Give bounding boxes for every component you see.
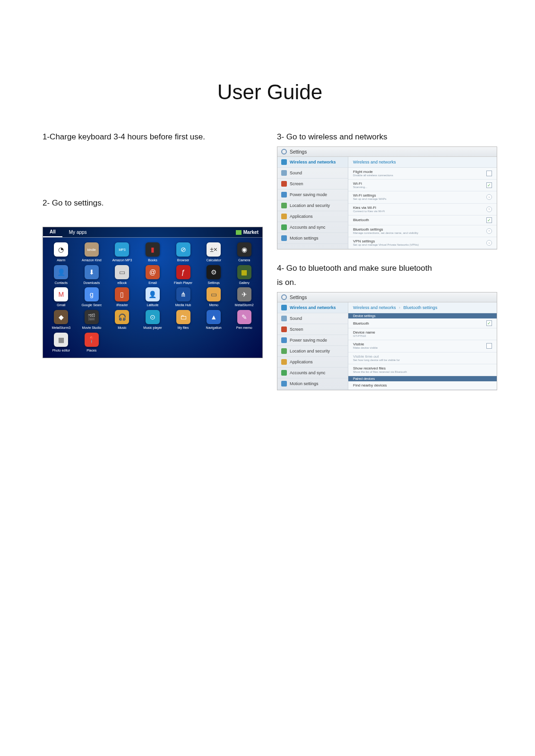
app-my-files[interactable]: 🗀My files <box>169 310 198 330</box>
row-kies-via-wi-fi[interactable]: Kies via Wi-FiConnect to Kies via Wi-Fi› <box>348 204 497 215</box>
sidebar-item-sound[interactable]: Sound <box>277 168 348 179</box>
sidebar-item-applications[interactable]: Applications <box>277 211 348 222</box>
row-visible[interactable]: Visible Make device visible ✓ <box>348 340 497 352</box>
sidebar-item-label: Screen <box>290 181 303 186</box>
sidebar-item-location-and-security[interactable]: Location and security <box>277 346 348 357</box>
app-alarm[interactable]: ◔Alarm <box>47 242 76 262</box>
app-movie-studio[interactable]: 🎬Movie Studio <box>78 310 106 330</box>
row-device-name[interactable]: Device name GT-P7510 <box>348 328 497 340</box>
row-bluetooth-settings[interactable]: Bluetooth settingsManage connections, se… <box>348 225 497 237</box>
app-memo[interactable]: ▭Memo <box>199 287 228 307</box>
market-link[interactable]: Market <box>236 230 262 235</box>
sidebar-item-screen[interactable]: Screen <box>277 179 348 189</box>
sidebar-item-power-saving-mode[interactable]: Power saving mode <box>277 335 348 346</box>
app-books[interactable]: ▮Books <box>138 242 167 262</box>
app-label: iReader <box>116 303 128 307</box>
row-title: Flight mode <box>353 170 486 174</box>
sidebar-item-label: Location and security <box>290 349 330 353</box>
sidebar-item-screen[interactable]: Screen <box>277 324 348 335</box>
app-camera[interactable]: ◉Camera <box>230 242 259 262</box>
app-flash-player[interactable]: ƒFlash Player <box>169 265 198 285</box>
row-title: Find nearby devices <box>353 383 492 387</box>
app-media-hub[interactable]: ⋔Media Hub <box>169 287 198 307</box>
row-find-nearby[interactable]: Find nearby devices <box>348 381 497 390</box>
app-downloads[interactable]: ⬇Downloads <box>78 265 106 285</box>
app-icon: ✈ <box>237 287 251 301</box>
row-title: VPN settings <box>353 239 486 243</box>
tab-myapps[interactable]: My apps <box>62 227 94 237</box>
breadcrumb-1[interactable]: Wireless and networks <box>353 305 396 310</box>
app-amazon-kind[interactable]: kindleAmazon Kind <box>78 242 106 262</box>
sidebar-item-motion-settings[interactable]: Motion settings <box>277 233 348 244</box>
app-pen-memo[interactable]: ✎Pen memo <box>230 310 259 330</box>
app-metalstorm3[interactable]: ◆MetalStorm3 <box>47 310 76 330</box>
app-email[interactable]: @Email <box>138 265 167 285</box>
sidebar-item-accounts-and-sync[interactable]: Accounts and sync <box>277 222 348 233</box>
row-flight-mode[interactable]: Flight modeDisable all wireless connecti… <box>348 168 497 180</box>
row-wi-fi-settings[interactable]: Wi-Fi settingsSet up and manage WAPs› <box>348 191 497 203</box>
app-settings[interactable]: ⚙Settings <box>199 265 228 285</box>
app-music-player[interactable]: ⊙Music player <box>138 310 167 330</box>
sidebar-item-motion-settings[interactable]: Motion settings <box>277 378 348 389</box>
app-gallery[interactable]: ▦Gallery <box>230 265 259 285</box>
checkbox-off-icon[interactable]: ✓ <box>486 171 492 176</box>
app-latitude[interactable]: 👤Latitude <box>138 287 167 307</box>
tab-all[interactable]: All <box>43 227 62 237</box>
app-label: MetalStorm2 <box>235 303 254 307</box>
app-icon: ▲ <box>207 310 221 324</box>
sidebar-item-power-saving-mode[interactable]: Power saving mode <box>277 189 348 200</box>
step-4-text-b: is on. <box>277 278 497 287</box>
row-bluetooth[interactable]: Bluetooth✓ <box>348 215 497 225</box>
app-amazon-mp3[interactable]: MP3Amazon MP3 <box>108 242 137 262</box>
sidebar-item-accounts-and-sync[interactable]: Accounts and sync <box>277 368 348 378</box>
sidebar-item-sound[interactable]: Sound <box>277 313 348 324</box>
app-calculator[interactable]: ±×Calculator <box>199 242 228 262</box>
row-bluetooth[interactable]: Bluetooth ✓ <box>348 318 497 328</box>
chevron-right-icon: › <box>486 228 492 234</box>
app-icon: ▭ <box>115 265 129 279</box>
checkbox-on-icon[interactable]: ✓ <box>486 182 492 188</box>
app-contacts[interactable]: 👤Contacts <box>47 265 76 285</box>
app-ireader[interactable]: ▯iReader <box>108 287 137 307</box>
app-icon: ⋔ <box>176 287 190 301</box>
checkbox-off-icon[interactable]: ✓ <box>486 343 492 349</box>
app-label: Amazon MP3 <box>112 258 132 262</box>
app-google-searc[interactable]: gGoogle Searc <box>78 287 106 307</box>
sidebar-item-label: Applications <box>290 214 313 219</box>
app-icon: kindle <box>85 242 99 257</box>
app-music[interactable]: 🎧Music <box>108 310 137 330</box>
app-ebook[interactable]: ▭eBook <box>108 265 137 285</box>
sidebar-item-wireless-and-networks[interactable]: Wireless and networks <box>277 302 348 313</box>
settings-screenshot-4: Settings Wireless and networksSoundScree… <box>277 292 497 390</box>
section-paired-devices: Paired devices <box>348 376 497 381</box>
app-label: MetalStorm3 <box>52 326 70 330</box>
app-icon: g <box>85 287 99 301</box>
sidebar-icon <box>281 170 287 176</box>
row-show-received[interactable]: Show received files Show the list of fil… <box>348 364 497 376</box>
sidebar-item-wireless-and-networks[interactable]: Wireless and networks <box>277 157 348 168</box>
app-label: Amazon Kind <box>82 258 102 262</box>
app-browser[interactable]: ⊘Browser <box>169 242 198 262</box>
app-gmail[interactable]: MGmail <box>47 287 76 307</box>
app-icon: 👤 <box>54 265 68 279</box>
app-places[interactable]: 📍Places <box>78 333 106 352</box>
settings-title: Settings <box>290 295 307 300</box>
app-icon: ⊙ <box>146 310 160 324</box>
app-label: Latitude <box>147 303 159 307</box>
app-navigation[interactable]: ▲Navigation <box>199 310 228 330</box>
sidebar-item-location-and-security[interactable]: Location and security <box>277 200 348 211</box>
app-label: Music <box>118 326 126 330</box>
row-wi-fi[interactable]: Wi-FiScanning...✓ <box>348 180 497 191</box>
app-icon: ▯ <box>115 287 129 301</box>
checkbox-on-icon[interactable]: ✓ <box>486 320 492 326</box>
row-title: Bluetooth <box>353 218 486 222</box>
app-photo-editor[interactable]: ▦Photo editor <box>47 333 76 352</box>
settings-title: Settings <box>290 149 307 155</box>
app-icon: 🎬 <box>85 310 99 324</box>
settings-screenshot-3: Settings Wireless and networksSoundScree… <box>277 146 497 249</box>
app-metalstorm2[interactable]: ✈MetalStorm2 <box>230 287 259 307</box>
sidebar-item-applications[interactable]: Applications <box>277 357 348 368</box>
sidebar-icon <box>281 181 287 187</box>
row-vpn-settings[interactable]: VPN settingsSet up and manage Virtual Pr… <box>348 237 497 249</box>
checkbox-on-icon[interactable]: ✓ <box>486 217 492 223</box>
